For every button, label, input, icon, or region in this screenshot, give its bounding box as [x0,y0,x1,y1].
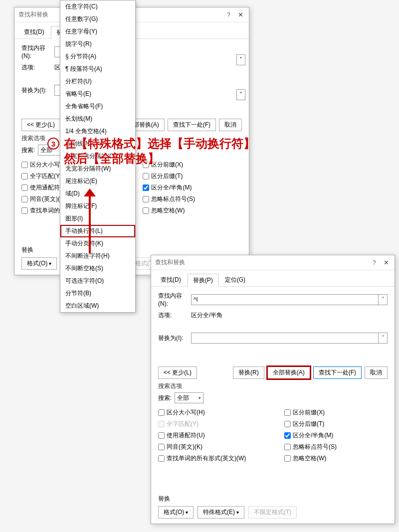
checkbox[interactable] [158,409,165,416]
check-item: 全字匹配(Y) [158,420,284,428]
find-next-button[interactable]: 查找下一处(F) [313,366,362,379]
replace-all-button[interactable]: 全部替换(A) [267,366,310,379]
menu-item[interactable]: 域(D) [60,187,135,200]
find-combo-arrow[interactable]: ˅ [236,54,245,65]
check-item[interactable]: 区分全/半角(M) [143,183,195,192]
less-button[interactable]: << 更少(L) [158,366,197,379]
check-item[interactable]: 区分后缀(T) [143,172,195,180]
checkbox[interactable] [143,196,149,202]
menu-item[interactable]: 分栏符(U) [60,75,135,88]
menu-item[interactable]: § 分节符(A) [60,50,135,63]
check-label: 区分前缀(X) [293,408,325,417]
checkbox[interactable] [284,409,291,416]
find-what-field[interactable] [192,295,378,305]
chevron-down-icon[interactable]: ˅ [378,333,387,343]
checkbox[interactable] [284,432,291,439]
replace-combo-arrow[interactable]: ˅ [236,89,245,100]
check-item[interactable]: 忽略标点符号(S) [284,443,337,451]
replace-legend: 替换 [158,495,388,503]
checkbox[interactable] [21,196,28,202]
checkbox[interactable] [284,444,291,450]
check-item[interactable]: 忽略空格(W) [284,454,337,463]
check-item[interactable]: 区分大小写(H) [158,408,284,417]
special-format-button[interactable]: 特殊格式(E) [198,506,244,519]
step-badge: 3 [47,138,59,150]
search-scope-select[interactable]: 全部 ▾ [175,392,203,403]
options-label: 选项: [21,63,54,72]
menu-item[interactable]: 图形(I) [60,212,135,225]
tab-find[interactable]: 查找(D) [18,25,50,38]
tab-replace[interactable]: 替换(P) [188,274,218,287]
check-item[interactable]: 使用通配符(U) [158,431,284,440]
check-label: 区分全/半角(M) [293,431,333,440]
close-icon[interactable]: × [236,10,245,19]
menu-item[interactable]: 任意数字(G) [60,13,135,25]
format-button[interactable]: 格式(O) [158,506,194,519]
replace-with-field[interactable] [192,333,378,343]
menu-item[interactable]: 手动分页符(K) [60,237,135,250]
menu-item[interactable]: ¶ 段落符号(A) [60,63,135,75]
menu-item[interactable]: 空白区域(W) [60,300,135,312]
tabs: 查找(D) 替换(P) 定位(G) [151,270,395,287]
menu-item[interactable]: 可选连字符(O) [60,275,135,287]
tab-goto[interactable]: 定位(G) [219,273,251,286]
checkbox[interactable] [284,455,291,462]
cancel-button[interactable]: 取消 [365,366,388,379]
check-item[interactable]: 忽略标点符号(S) [143,195,195,203]
check-item[interactable]: 区分前缀(X) [284,408,337,417]
checkbox[interactable] [143,207,149,214]
checkbox[interactable] [284,421,291,427]
menu-item[interactable]: 分节符(B) [60,287,135,300]
checkbox[interactable] [21,173,28,179]
cancel-button[interactable]: 取消 [219,119,242,131]
menu-item[interactable]: 尾注标记(E) [60,175,135,187]
check-item[interactable]: 忽略空格(W) [143,206,195,215]
check-label: 区分后缀(T) [293,420,324,428]
replace-with-input[interactable]: ˅ [191,333,388,344]
help-icon[interactable]: ? [227,11,230,18]
checkbox[interactable] [21,207,28,214]
replace-format-section: 替换 格式(O) 特殊格式(E) 不限定格式(T) [158,495,388,519]
annotation-line1: 在【特殊格式】选择【手动换行符】 [64,136,255,151]
menu-item[interactable]: 长划线(M) [60,113,135,125]
tab-find[interactable]: 查找(D) [155,273,187,286]
check-item[interactable]: 区分全/半角(M) [284,431,337,440]
format-button[interactable]: 格式(O) [21,257,57,270]
menu-item[interactable]: 省略号(E) [60,88,135,100]
help-icon[interactable]: ? [373,259,376,266]
checkbox[interactable] [21,184,28,191]
menu-item[interactable]: 不间断连字符(H) [60,250,135,262]
menu-item[interactable]: 全角省略号(F) [60,100,135,113]
checkbox[interactable] [143,173,149,179]
search-scope-label: 搜索: [21,146,35,155]
checkbox[interactable] [158,432,165,439]
search-scope-label: 搜索: [158,394,172,402]
close-icon[interactable]: × [382,258,391,267]
check-item[interactable]: 同音(英文)(K) [158,443,284,451]
find-next-button[interactable]: 查找下一处(F) [168,119,216,131]
checkbox[interactable] [21,162,28,168]
checkbox[interactable] [158,444,165,450]
menu-item[interactable]: 脚注标记(F) [60,200,135,212]
check-label: 忽略标点符号(S) [293,443,337,451]
dialog-title: 查找和替换 [155,258,373,267]
menu-item[interactable]: 手动换行符(L) [60,225,135,237]
check-label: 全字匹配(Y) [167,420,199,428]
find-what-input[interactable]: ˅ [191,294,388,305]
menu-item[interactable]: 不间断空格(S) [60,262,135,275]
replace-button[interactable]: 替换(R) [233,366,264,379]
chevron-down-icon: ▾ [199,395,201,400]
menu-item[interactable]: 任意字母(Y) [60,25,135,38]
checkbox[interactable] [143,184,149,191]
find-replace-dialog-2: 查找和替换 ? × 查找(D) 替换(P) 定位(G) 查找内容(N): ˅ 选… [151,255,395,524]
find-what-label: 查找内容(N): [21,44,54,59]
check-item[interactable]: 查找单词的所有形式(英文)(W) [158,454,284,463]
menu-item[interactable]: 任意字符(C) [60,0,135,13]
check-item[interactable]: 区分后缀(T) [284,420,337,428]
less-button[interactable]: << 更少(L) [21,119,60,131]
chevron-down-icon[interactable]: ˅ [378,295,387,305]
checkbox[interactable] [158,455,165,462]
check-label: 忽略空格(W) [151,206,185,215]
menu-item[interactable]: 脱字号(R) [60,38,135,50]
replace-with-label: 替换为(I): [158,334,191,343]
